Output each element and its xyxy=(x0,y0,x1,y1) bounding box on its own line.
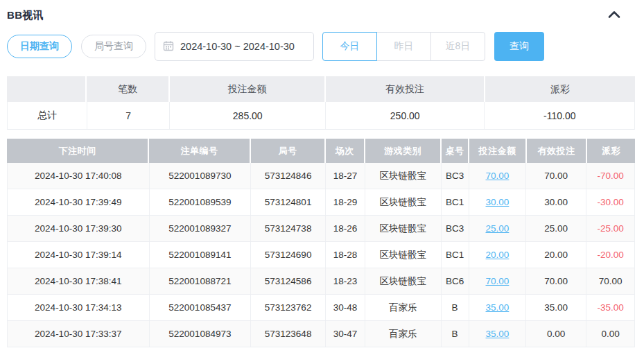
bet-time: 2024-10-30 17:39:49 xyxy=(8,189,150,215)
payout: -70.00 xyxy=(586,163,634,189)
table-number: BC6 xyxy=(442,268,469,294)
bet-amount-cell: 35.00 xyxy=(469,295,527,320)
filter-bar: 日期查询 局号查询 2024-10-30 ~ 2024-10-30 今日 xyxy=(7,31,635,62)
bet-amount-cell: 20.00 xyxy=(469,242,527,268)
bet-amount-cell: 70.00 xyxy=(469,163,527,189)
order-number: 522001084973 xyxy=(150,321,252,347)
bet-amount-link[interactable]: 70.00 xyxy=(486,171,510,181)
game-type: 区块链骰宝 xyxy=(365,268,442,294)
table-number: BC3 xyxy=(442,163,469,189)
col-bet-time: 下注时间 xyxy=(7,139,149,163)
bet-amount-cell: 25.00 xyxy=(469,216,527,241)
game-type: 百家乐 xyxy=(365,321,442,347)
summary-header-bet-amount: 投注金额 xyxy=(170,76,326,102)
col-session: 场次 xyxy=(326,139,365,163)
table-number: B xyxy=(442,321,469,347)
payout: -35.00 xyxy=(586,295,634,320)
bet-time: 2024-10-30 17:38:41 xyxy=(8,268,150,294)
bet-time: 2024-10-30 17:33:37 xyxy=(8,321,150,347)
table-body: 2024-10-30 17:40:08 522001089730 5731248… xyxy=(7,163,635,347)
col-bet-amount: 投注金额 xyxy=(469,139,527,163)
session: 18-23 xyxy=(326,268,365,294)
table-row: 2024-10-30 17:40:08 522001089730 5731248… xyxy=(7,163,635,189)
date-range-value: 2024-10-30 ~ 2024-10-30 xyxy=(180,41,295,52)
tab-round-query[interactable]: 局号查询 xyxy=(81,35,146,58)
valid-bet: 0.00 xyxy=(526,321,586,347)
col-order-number: 注单编号 xyxy=(149,139,251,163)
bet-amount-link[interactable]: 30.00 xyxy=(486,197,510,207)
valid-bet: 70.00 xyxy=(526,268,586,294)
order-number: 522001089141 xyxy=(150,242,252,268)
payout: 70.00 xyxy=(586,268,634,294)
bet-records-table: 下注时间 注单编号 局号 场次 游戏类别 桌号 投注金额 有效投注 派彩 202… xyxy=(7,139,635,347)
summary-total-bet-amount: 285.00 xyxy=(170,102,326,129)
payout: -20.00 xyxy=(586,242,634,268)
round-number: 573124846 xyxy=(251,163,326,189)
table-row: 2024-10-30 17:39:14 522001089141 5731246… xyxy=(7,242,635,268)
session: 18-26 xyxy=(326,216,365,241)
table-header-row: 下注时间 注单编号 局号 场次 游戏类别 桌号 投注金额 有效投注 派彩 xyxy=(7,139,635,163)
page-title: BB视讯 xyxy=(7,9,44,22)
order-number: 522001089730 xyxy=(150,163,252,189)
query-button[interactable]: 查询 xyxy=(494,32,544,61)
bet-amount-cell: 30.00 xyxy=(469,189,527,215)
chevron-up-icon xyxy=(607,10,621,22)
collapse-panel-button[interactable] xyxy=(607,10,621,22)
panel-header: BB视讯 xyxy=(7,0,635,22)
game-type: 区块链骰宝 xyxy=(365,216,442,241)
game-type: 区块链骰宝 xyxy=(365,163,442,189)
quick-range-last8days[interactable]: 近8日 xyxy=(430,32,485,61)
session: 18-29 xyxy=(326,189,365,215)
bet-amount-link[interactable]: 35.00 xyxy=(486,329,510,339)
summary-table: 笔数 投注金额 有效投注 派彩 总计 7 285.00 250.00 -110.… xyxy=(7,76,635,130)
bet-amount-link[interactable]: 25.00 xyxy=(486,223,510,234)
summary-total-label: 总计 xyxy=(8,102,87,129)
bet-amount-cell: 70.00 xyxy=(469,268,527,294)
col-table-number: 桌号 xyxy=(442,139,469,163)
summary-header-payout: 派彩 xyxy=(485,76,635,102)
round-number: 573124586 xyxy=(251,268,326,294)
summary-total-valid-bet: 250.00 xyxy=(326,102,485,129)
bet-amount-link[interactable]: 70.00 xyxy=(486,276,510,286)
bet-amount-cell: 35.00 xyxy=(469,321,527,347)
session: 18-27 xyxy=(326,163,365,189)
game-type: 区块链骰宝 xyxy=(365,189,442,215)
summary-total-row: 总计 7 285.00 250.00 -110.00 xyxy=(7,102,635,130)
summary-total-count: 7 xyxy=(87,102,171,129)
order-number: 522001089327 xyxy=(150,216,252,241)
summary-header-valid-bet: 有效投注 xyxy=(326,76,485,102)
round-number: 573124801 xyxy=(251,189,326,215)
table-row: 2024-10-30 17:38:41 522001088721 5731245… xyxy=(7,268,635,295)
col-valid-bet: 有效投注 xyxy=(527,139,587,163)
bet-time: 2024-10-30 17:39:14 xyxy=(8,242,150,268)
col-round-number: 局号 xyxy=(251,139,326,163)
order-number: 522001085437 xyxy=(150,295,252,320)
col-payout: 派彩 xyxy=(587,139,635,163)
table-number: BC1 xyxy=(442,242,469,268)
round-number: 573123762 xyxy=(251,295,326,320)
table-row: 2024-10-30 17:34:13 522001085437 5731237… xyxy=(7,295,635,321)
valid-bet: 70.00 xyxy=(526,163,586,189)
tab-date-query[interactable]: 日期查询 xyxy=(7,35,72,58)
table-row: 2024-10-30 17:39:30 522001089327 5731247… xyxy=(7,216,635,242)
bet-time: 2024-10-30 17:34:13 xyxy=(8,295,150,320)
round-number: 573124738 xyxy=(251,216,326,241)
bet-amount-link[interactable]: 35.00 xyxy=(486,302,510,313)
round-number: 573124690 xyxy=(251,242,326,268)
summary-header-count: 笔数 xyxy=(87,76,170,102)
summary-header-blank xyxy=(7,76,87,102)
bb-video-panel: BB视讯 日期查询 局号查询 xyxy=(0,0,644,347)
order-number: 522001089539 xyxy=(150,189,252,215)
summary-total-payout: -110.00 xyxy=(485,102,634,129)
game-type: 百家乐 xyxy=(365,295,442,320)
col-game-type: 游戏类别 xyxy=(365,139,442,163)
quick-range-yesterday[interactable]: 昨日 xyxy=(376,32,431,61)
quick-range-today[interactable]: 今日 xyxy=(322,32,377,61)
calendar-icon xyxy=(163,40,174,53)
bet-time: 2024-10-30 17:40:08 xyxy=(8,163,150,189)
payout: 0.00 xyxy=(586,321,634,347)
date-range-input[interactable]: 2024-10-30 ~ 2024-10-30 xyxy=(155,32,314,61)
payout: -30.00 xyxy=(586,189,634,215)
bet-amount-link[interactable]: 20.00 xyxy=(486,250,510,260)
game-type: 区块链骰宝 xyxy=(365,242,442,268)
